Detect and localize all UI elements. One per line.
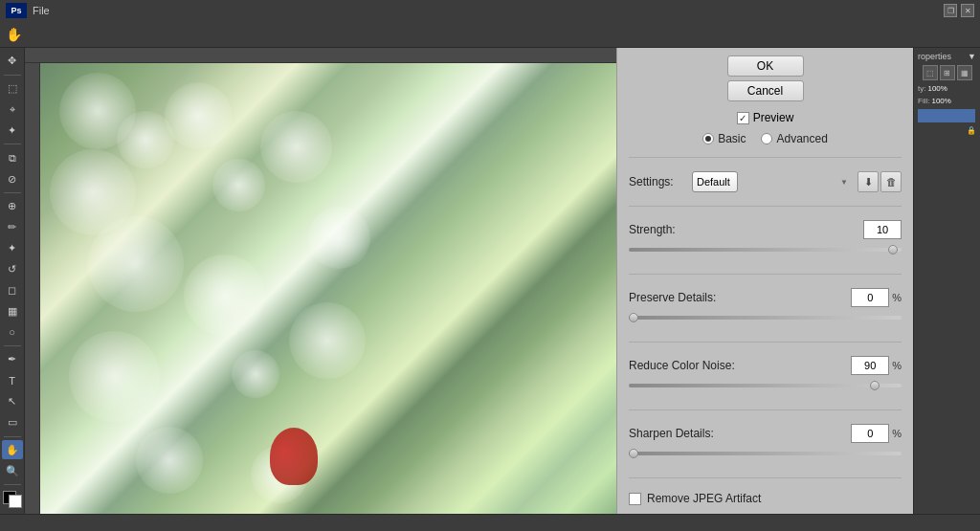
zoom-tool[interactable]: 🔍 [2,461,23,480]
reduce-color-noise-label: Reduce Color Noise: [629,359,735,372]
preserve-details-thumb[interactable] [629,313,638,322]
ok-button[interactable]: OK [727,55,804,77]
color-swatch[interactable] [3,491,22,508]
select-arrow-icon: ▼ [840,178,848,187]
history-brush-tool[interactable]: ↺ [2,260,23,279]
hand-tool-icon: ✋ [6,27,22,42]
bokeh-circle [136,427,203,494]
save-settings-button[interactable]: ⬇ [858,171,879,192]
preserve-details-input[interactable] [851,288,889,307]
fill-row: Fill: 100% [918,97,976,105]
crop-tool[interactable]: ⧉ [2,148,23,167]
rectangle-select-tool[interactable]: ⬚ [2,79,23,99]
bokeh-circle [260,111,332,183]
properties-icons: ⬚ ⊞ ▦ [918,65,976,80]
remove-jpeg-checkbox[interactable] [629,493,641,505]
separator-2 [629,206,902,207]
layer-item[interactable] [918,109,975,122]
left-toolbar: ✥ ⬚ ⌖ ✦ ⧉ ⊘ ⊕ ✏ ✦ ↺ ◻ ▦ ○ ✒ T ↖ ▭ ✋ 🔍 [0,48,25,514]
mode-radio-row: Basic Advanced [629,132,902,145]
magic-wand-tool[interactable]: ✦ [2,122,23,141]
preserve-details-pct: % [892,292,902,303]
type-tool[interactable]: T [2,371,23,390]
strength-label: Strength: [629,223,676,236]
settings-icon-buttons: ⬇ 🗑 [858,171,902,192]
strength-input[interactable] [863,220,902,239]
preview-checkbox[interactable]: ✓ [737,112,749,124]
strength-track [629,248,902,252]
sharpen-details-pct: % [892,428,902,439]
hand-tool[interactable]: ✋ [2,440,23,459]
separator-4 [629,342,902,343]
basic-radio[interactable]: Basic [702,132,746,145]
sharpen-details-label: Sharpen Details: [629,427,714,440]
red-element [270,428,318,485]
clone-stamp-tool[interactable]: ✦ [2,239,23,258]
lasso-tool[interactable]: ⌖ [2,100,23,120]
settings-select[interactable]: Default Custom [692,171,738,192]
advanced-radio[interactable]: Advanced [761,132,827,145]
sharpen-details-input[interactable] [851,424,889,443]
sharpen-details-thumb[interactable] [629,449,638,458]
cancel-button[interactable]: Cancel [727,80,804,101]
separator-3 [629,274,902,275]
status-bar [0,514,980,531]
dialog-buttons: OK Cancel [629,55,902,101]
bokeh-circle [212,159,265,211]
sharpen-details-track [629,452,902,455]
sharpen-details-slider-row: Sharpen Details: % [629,424,902,460]
settings-select-wrapper: Default Custom ▼ [692,171,852,192]
title-bar: Ps File ❐ ✕ [0,0,980,21]
reduce-color-noise-slider-row: Reduce Color Noise: % [629,356,902,392]
prop-icon-1[interactable]: ⬚ [923,65,938,80]
pen-tool[interactable]: ✒ [2,350,23,369]
prop-icon-2[interactable]: ⊞ [940,65,955,80]
bokeh-circle [69,331,160,422]
basic-radio-circle [702,133,714,144]
main-layout: ✥ ⬚ ⌖ ✦ ⧉ ⊘ ⊕ ✏ ✦ ↺ ◻ ▦ ○ ✒ T ↖ ▭ ✋ 🔍 [0,48,980,514]
brush-tool[interactable]: ✏ [2,218,23,237]
close-button[interactable]: ✕ [961,4,974,17]
remove-jpeg-row: Remove JPEG Artifact [629,492,902,505]
right-panel-header: roperties ▼ [918,52,976,61]
dodge-tool[interactable]: ○ [2,322,23,342]
remove-jpeg-label: Remove JPEG Artifact [647,492,761,505]
prop-icon-3[interactable]: ▦ [957,65,972,80]
reduce-color-noise-label-row: Reduce Color Noise: % [629,356,902,375]
preview-label: Preview [753,111,794,124]
preserve-details-track-container [629,311,902,324]
menu-bar: File [33,5,50,16]
lock-icon: 🔒 [918,126,976,135]
fill-label: Fill: [918,97,929,105]
separator-5 [629,409,902,410]
preserve-details-slider-row: Preserve Details: % [629,288,902,324]
reduce-color-noise-thumb[interactable] [870,381,880,390]
eraser-tool[interactable]: ◻ [2,280,23,299]
canvas-viewport[interactable] [40,63,616,514]
background-color[interactable] [9,495,22,508]
spot-heal-tool[interactable]: ⊕ [2,197,23,216]
basic-radio-label: Basic [718,132,746,145]
shape-tool[interactable]: ▭ [2,413,23,432]
sharpen-details-track-container [629,447,902,460]
dialog-panel: OK Cancel ✓ Preview Basic Advanced Setti [616,48,913,514]
move-tool[interactable]: ✥ [2,52,23,71]
reduce-color-noise-input[interactable] [851,356,889,375]
eyedropper-tool[interactable]: ⊘ [2,169,23,188]
restore-button[interactable]: ❐ [944,4,957,17]
opacity-label: ty: [918,84,925,93]
delete-settings-button[interactable]: 🗑 [880,171,902,192]
panel-menu-icon[interactable]: ▼ [968,52,976,61]
settings-label: Settings: [629,175,686,188]
canvas-area [25,48,616,514]
gradient-tool[interactable]: ▦ [2,301,23,321]
fill-value: 100% [931,97,950,105]
path-select-tool[interactable]: ↖ [2,392,23,411]
canvas-row [25,63,616,514]
strength-thumb[interactable] [888,245,898,254]
panel-title: roperties [918,52,951,61]
tool-separator-3 [4,192,21,193]
menu-file[interactable]: File [33,5,50,16]
sharpen-details-label-row: Sharpen Details: % [629,424,902,443]
bokeh-circle [308,207,370,269]
